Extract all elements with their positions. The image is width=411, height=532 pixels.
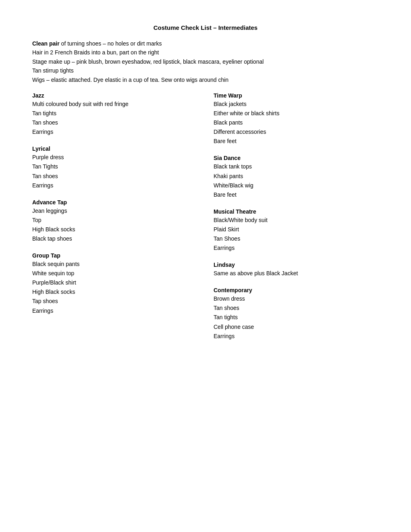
clean-pair-bold: Clean pair bbox=[32, 40, 60, 47]
group-tap-item-0: Black sequin pants bbox=[32, 260, 197, 269]
jazz-item-0: Multi coloured body suit with red fringe bbox=[32, 100, 197, 109]
contemporary-item-1: Tan shoes bbox=[214, 303, 379, 313]
group-tap-item-2: Purple/Black shirt bbox=[32, 278, 197, 287]
section-lindsay: Lindsay Same as above plus Black Jacket bbox=[214, 262, 379, 278]
advance-tap-item-1: Top bbox=[32, 216, 197, 225]
contemporary-item-4: Earrings bbox=[214, 332, 379, 341]
section-time-warp: Time Warp Black jackets Either white or … bbox=[214, 92, 379, 146]
section-group-tap: Group Tap Black sequin pants White sequi… bbox=[32, 252, 197, 316]
contemporary-item-3: Cell phone case bbox=[214, 322, 379, 332]
jazz-item-1: Tan tights bbox=[32, 109, 197, 118]
section-musical-theatre: Musical Theatre Black/White body suit Pl… bbox=[214, 208, 379, 253]
section-title-lyrical: Lyrical bbox=[32, 145, 197, 152]
section-advance-tap: Advance Tap Jean leggings Top High Black… bbox=[32, 199, 197, 243]
right-column: Time Warp Black jackets Either white or … bbox=[206, 92, 379, 350]
section-sia-dance: Sia Dance Black tank tops Khaki pants Wh… bbox=[214, 155, 379, 199]
group-tap-item-4: Tap shoes bbox=[32, 297, 197, 306]
musical-theatre-item-0: Black/White body suit bbox=[214, 216, 379, 225]
section-contemporary: Contemporary Brown dress Tan shoes Tan t… bbox=[214, 287, 379, 341]
time-warp-item-3: Different accessories bbox=[214, 127, 379, 137]
lindsay-item-0: Same as above plus Black Jacket bbox=[214, 269, 379, 278]
intro-line-3: Tan stirrup tights bbox=[32, 66, 379, 75]
intro-line-4: Wigs – elastic attached. Dye elastic in … bbox=[32, 75, 379, 84]
section-lyrical: Lyrical Purple dress Tan Tights Tan shoe… bbox=[32, 145, 197, 190]
sia-dance-item-3: Bare feet bbox=[214, 190, 379, 200]
musical-theatre-item-1: Plaid Skirt bbox=[214, 225, 379, 234]
advance-tap-item-2: High Black socks bbox=[32, 225, 197, 234]
section-title-lindsay: Lindsay bbox=[214, 262, 379, 268]
group-tap-item-5: Earrings bbox=[32, 306, 197, 316]
section-title-advance-tap: Advance Tap bbox=[32, 199, 197, 206]
section-jazz: Jazz Multi coloured body suit with red f… bbox=[32, 92, 197, 137]
section-title-sia-dance: Sia Dance bbox=[214, 155, 379, 161]
time-warp-item-0: Black jackets bbox=[214, 100, 379, 109]
musical-theatre-item-3: Earrings bbox=[214, 243, 379, 253]
section-title-group-tap: Group Tap bbox=[32, 252, 197, 259]
jazz-item-2: Tan shoes bbox=[32, 118, 197, 127]
section-title-jazz: Jazz bbox=[32, 92, 197, 99]
page-title: Costume Check List – Intermediates bbox=[32, 24, 379, 31]
jazz-item-3: Earrings bbox=[32, 127, 197, 137]
sia-dance-item-1: Khaki pants bbox=[214, 172, 379, 181]
lyrical-item-3: Earrings bbox=[32, 181, 197, 190]
intro-line-1: Hair in 2 French Braids into a bun, part… bbox=[32, 48, 379, 57]
group-tap-item-1: White sequin top bbox=[32, 269, 197, 278]
group-tap-item-3: High Black socks bbox=[32, 287, 197, 297]
lyrical-item-0: Purple dress bbox=[32, 153, 197, 162]
time-warp-item-1: Either white or black shirts bbox=[214, 109, 379, 118]
lyrical-item-1: Tan Tights bbox=[32, 162, 197, 171]
section-title-time-warp: Time Warp bbox=[214, 92, 379, 99]
time-warp-item-2: Black pants bbox=[214, 118, 379, 127]
lyrical-item-2: Tan shoes bbox=[32, 172, 197, 181]
section-title-contemporary: Contemporary bbox=[214, 287, 379, 293]
time-warp-item-4: Bare feet bbox=[214, 137, 379, 146]
intro-line-2: Stage make up – pink blush, brown eyesha… bbox=[32, 57, 379, 66]
contemporary-item-2: Tan tights bbox=[214, 313, 379, 322]
intro-section: Clean pair of turning shoes – no holes o… bbox=[32, 39, 379, 84]
left-column: Jazz Multi coloured body suit with red f… bbox=[32, 92, 206, 350]
advance-tap-item-0: Jean leggings bbox=[32, 206, 197, 216]
section-title-musical-theatre: Musical Theatre bbox=[214, 208, 379, 215]
contemporary-item-0: Brown dress bbox=[214, 294, 379, 303]
advance-tap-item-3: Black tap shoes bbox=[32, 234, 197, 243]
sia-dance-item-2: White/Black wig bbox=[214, 181, 379, 190]
sia-dance-item-0: Black tank tops bbox=[214, 162, 379, 171]
musical-theatre-item-2: Tan Shoes bbox=[214, 234, 379, 243]
clean-pair-rest: of turning shoes – no holes or dirt mark… bbox=[60, 40, 162, 47]
